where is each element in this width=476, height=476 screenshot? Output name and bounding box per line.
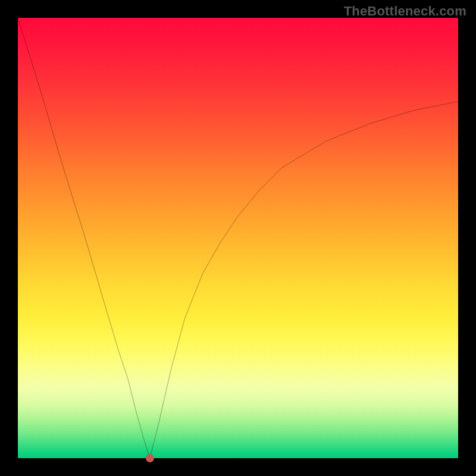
- chart-frame: TheBottleneck.com: [0, 0, 476, 476]
- watermark-label: TheBottleneck.com: [344, 4, 466, 19]
- optimal-point-marker: [146, 454, 154, 462]
- bottleneck-curve: [18, 18, 458, 458]
- plot-area: [18, 18, 458, 458]
